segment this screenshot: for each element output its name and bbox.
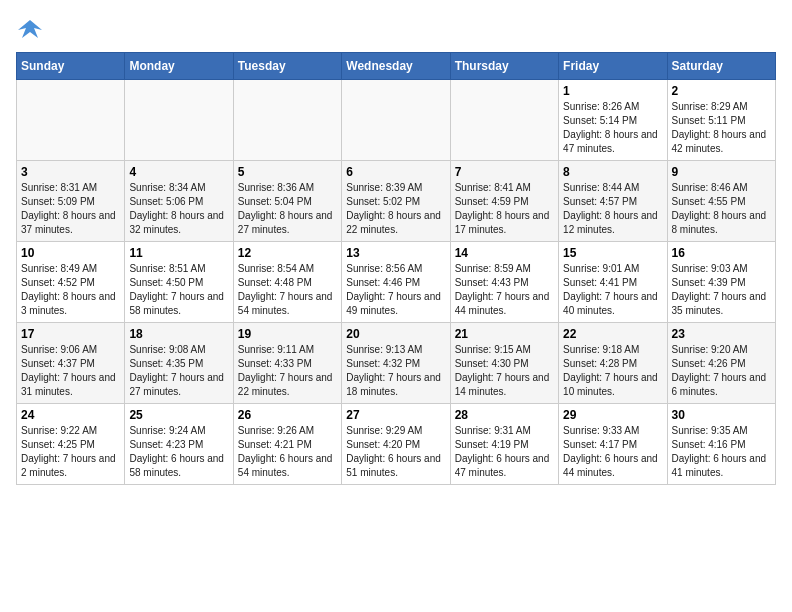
day-info: Sunrise: 9:08 AM Sunset: 4:35 PM Dayligh… bbox=[129, 343, 228, 399]
calendar-cell: 19Sunrise: 9:11 AM Sunset: 4:33 PM Dayli… bbox=[233, 323, 341, 404]
day-number: 15 bbox=[563, 246, 662, 260]
calendar-cell: 1Sunrise: 8:26 AM Sunset: 5:14 PM Daylig… bbox=[559, 80, 667, 161]
day-info: Sunrise: 9:15 AM Sunset: 4:30 PM Dayligh… bbox=[455, 343, 554, 399]
calendar-cell: 18Sunrise: 9:08 AM Sunset: 4:35 PM Dayli… bbox=[125, 323, 233, 404]
svg-marker-0 bbox=[18, 20, 42, 38]
calendar-cell: 14Sunrise: 8:59 AM Sunset: 4:43 PM Dayli… bbox=[450, 242, 558, 323]
calendar-cell: 24Sunrise: 9:22 AM Sunset: 4:25 PM Dayli… bbox=[17, 404, 125, 485]
day-number: 19 bbox=[238, 327, 337, 341]
day-number: 5 bbox=[238, 165, 337, 179]
calendar-cell: 30Sunrise: 9:35 AM Sunset: 4:16 PM Dayli… bbox=[667, 404, 775, 485]
calendar-cell: 17Sunrise: 9:06 AM Sunset: 4:37 PM Dayli… bbox=[17, 323, 125, 404]
calendar-cell: 11Sunrise: 8:51 AM Sunset: 4:50 PM Dayli… bbox=[125, 242, 233, 323]
weekday-header: Monday bbox=[125, 53, 233, 80]
weekday-header: Tuesday bbox=[233, 53, 341, 80]
day-info: Sunrise: 9:33 AM Sunset: 4:17 PM Dayligh… bbox=[563, 424, 662, 480]
calendar-cell: 4Sunrise: 8:34 AM Sunset: 5:06 PM Daylig… bbox=[125, 161, 233, 242]
day-info: Sunrise: 9:24 AM Sunset: 4:23 PM Dayligh… bbox=[129, 424, 228, 480]
day-number: 13 bbox=[346, 246, 445, 260]
day-info: Sunrise: 8:46 AM Sunset: 4:55 PM Dayligh… bbox=[672, 181, 771, 237]
calendar-cell: 15Sunrise: 9:01 AM Sunset: 4:41 PM Dayli… bbox=[559, 242, 667, 323]
calendar-cell: 25Sunrise: 9:24 AM Sunset: 4:23 PM Dayli… bbox=[125, 404, 233, 485]
day-info: Sunrise: 8:44 AM Sunset: 4:57 PM Dayligh… bbox=[563, 181, 662, 237]
day-number: 16 bbox=[672, 246, 771, 260]
day-number: 30 bbox=[672, 408, 771, 422]
day-info: Sunrise: 8:36 AM Sunset: 5:04 PM Dayligh… bbox=[238, 181, 337, 237]
day-number: 26 bbox=[238, 408, 337, 422]
day-info: Sunrise: 8:49 AM Sunset: 4:52 PM Dayligh… bbox=[21, 262, 120, 318]
calendar-cell: 26Sunrise: 9:26 AM Sunset: 4:21 PM Dayli… bbox=[233, 404, 341, 485]
weekday-header: Thursday bbox=[450, 53, 558, 80]
calendar-cell: 12Sunrise: 8:54 AM Sunset: 4:48 PM Dayli… bbox=[233, 242, 341, 323]
day-number: 1 bbox=[563, 84, 662, 98]
day-number: 23 bbox=[672, 327, 771, 341]
day-info: Sunrise: 9:35 AM Sunset: 4:16 PM Dayligh… bbox=[672, 424, 771, 480]
day-info: Sunrise: 9:26 AM Sunset: 4:21 PM Dayligh… bbox=[238, 424, 337, 480]
day-number: 29 bbox=[563, 408, 662, 422]
calendar-cell: 16Sunrise: 9:03 AM Sunset: 4:39 PM Dayli… bbox=[667, 242, 775, 323]
calendar-cell bbox=[125, 80, 233, 161]
day-number: 11 bbox=[129, 246, 228, 260]
day-info: Sunrise: 8:56 AM Sunset: 4:46 PM Dayligh… bbox=[346, 262, 445, 318]
calendar-cell: 13Sunrise: 8:56 AM Sunset: 4:46 PM Dayli… bbox=[342, 242, 450, 323]
calendar-table: SundayMondayTuesdayWednesdayThursdayFrid… bbox=[16, 52, 776, 485]
calendar-cell: 27Sunrise: 9:29 AM Sunset: 4:20 PM Dayli… bbox=[342, 404, 450, 485]
calendar-cell: 22Sunrise: 9:18 AM Sunset: 4:28 PM Dayli… bbox=[559, 323, 667, 404]
day-number: 22 bbox=[563, 327, 662, 341]
calendar-cell bbox=[342, 80, 450, 161]
day-number: 18 bbox=[129, 327, 228, 341]
day-info: Sunrise: 9:18 AM Sunset: 4:28 PM Dayligh… bbox=[563, 343, 662, 399]
day-info: Sunrise: 8:54 AM Sunset: 4:48 PM Dayligh… bbox=[238, 262, 337, 318]
logo-icon bbox=[16, 16, 44, 44]
day-number: 9 bbox=[672, 165, 771, 179]
calendar-cell bbox=[450, 80, 558, 161]
day-info: Sunrise: 8:26 AM Sunset: 5:14 PM Dayligh… bbox=[563, 100, 662, 156]
day-number: 28 bbox=[455, 408, 554, 422]
day-info: Sunrise: 9:06 AM Sunset: 4:37 PM Dayligh… bbox=[21, 343, 120, 399]
calendar-cell: 7Sunrise: 8:41 AM Sunset: 4:59 PM Daylig… bbox=[450, 161, 558, 242]
calendar-week-row: 17Sunrise: 9:06 AM Sunset: 4:37 PM Dayli… bbox=[17, 323, 776, 404]
calendar-cell: 23Sunrise: 9:20 AM Sunset: 4:26 PM Dayli… bbox=[667, 323, 775, 404]
header bbox=[16, 16, 776, 44]
day-info: Sunrise: 9:31 AM Sunset: 4:19 PM Dayligh… bbox=[455, 424, 554, 480]
day-number: 10 bbox=[21, 246, 120, 260]
day-info: Sunrise: 9:01 AM Sunset: 4:41 PM Dayligh… bbox=[563, 262, 662, 318]
day-number: 7 bbox=[455, 165, 554, 179]
day-number: 6 bbox=[346, 165, 445, 179]
logo bbox=[16, 16, 48, 44]
calendar-cell: 6Sunrise: 8:39 AM Sunset: 5:02 PM Daylig… bbox=[342, 161, 450, 242]
calendar-cell: 9Sunrise: 8:46 AM Sunset: 4:55 PM Daylig… bbox=[667, 161, 775, 242]
day-number: 17 bbox=[21, 327, 120, 341]
calendar-cell: 3Sunrise: 8:31 AM Sunset: 5:09 PM Daylig… bbox=[17, 161, 125, 242]
day-number: 20 bbox=[346, 327, 445, 341]
calendar-cell bbox=[17, 80, 125, 161]
day-info: Sunrise: 9:29 AM Sunset: 4:20 PM Dayligh… bbox=[346, 424, 445, 480]
day-info: Sunrise: 9:11 AM Sunset: 4:33 PM Dayligh… bbox=[238, 343, 337, 399]
calendar-cell: 29Sunrise: 9:33 AM Sunset: 4:17 PM Dayli… bbox=[559, 404, 667, 485]
calendar-week-row: 24Sunrise: 9:22 AM Sunset: 4:25 PM Dayli… bbox=[17, 404, 776, 485]
calendar-cell: 10Sunrise: 8:49 AM Sunset: 4:52 PM Dayli… bbox=[17, 242, 125, 323]
day-number: 12 bbox=[238, 246, 337, 260]
calendar-week-row: 1Sunrise: 8:26 AM Sunset: 5:14 PM Daylig… bbox=[17, 80, 776, 161]
calendar-week-row: 3Sunrise: 8:31 AM Sunset: 5:09 PM Daylig… bbox=[17, 161, 776, 242]
day-number: 3 bbox=[21, 165, 120, 179]
day-info: Sunrise: 8:41 AM Sunset: 4:59 PM Dayligh… bbox=[455, 181, 554, 237]
calendar-cell: 2Sunrise: 8:29 AM Sunset: 5:11 PM Daylig… bbox=[667, 80, 775, 161]
weekday-header: Sunday bbox=[17, 53, 125, 80]
day-number: 8 bbox=[563, 165, 662, 179]
day-info: Sunrise: 8:34 AM Sunset: 5:06 PM Dayligh… bbox=[129, 181, 228, 237]
day-info: Sunrise: 8:59 AM Sunset: 4:43 PM Dayligh… bbox=[455, 262, 554, 318]
day-info: Sunrise: 8:31 AM Sunset: 5:09 PM Dayligh… bbox=[21, 181, 120, 237]
weekday-header: Friday bbox=[559, 53, 667, 80]
calendar-header-row: SundayMondayTuesdayWednesdayThursdayFrid… bbox=[17, 53, 776, 80]
calendar-cell: 20Sunrise: 9:13 AM Sunset: 4:32 PM Dayli… bbox=[342, 323, 450, 404]
calendar-cell: 8Sunrise: 8:44 AM Sunset: 4:57 PM Daylig… bbox=[559, 161, 667, 242]
day-info: Sunrise: 8:51 AM Sunset: 4:50 PM Dayligh… bbox=[129, 262, 228, 318]
weekday-header: Saturday bbox=[667, 53, 775, 80]
weekday-header: Wednesday bbox=[342, 53, 450, 80]
calendar-week-row: 10Sunrise: 8:49 AM Sunset: 4:52 PM Dayli… bbox=[17, 242, 776, 323]
day-info: Sunrise: 9:20 AM Sunset: 4:26 PM Dayligh… bbox=[672, 343, 771, 399]
day-info: Sunrise: 9:22 AM Sunset: 4:25 PM Dayligh… bbox=[21, 424, 120, 480]
day-number: 27 bbox=[346, 408, 445, 422]
calendar-cell: 21Sunrise: 9:15 AM Sunset: 4:30 PM Dayli… bbox=[450, 323, 558, 404]
